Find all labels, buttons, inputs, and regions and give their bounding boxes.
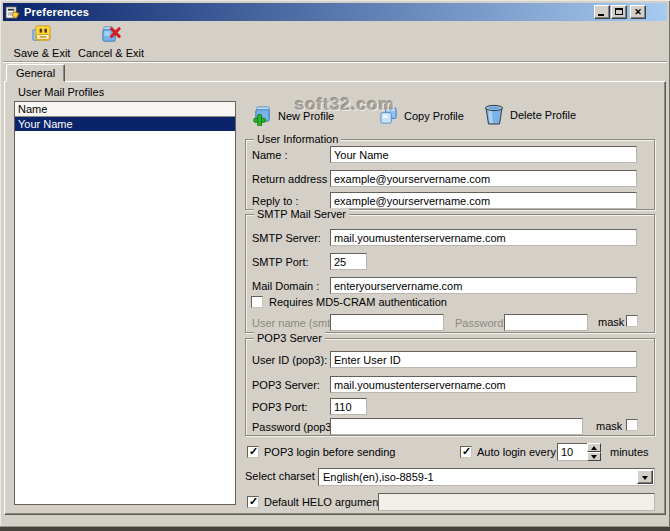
- delete-profile-label: Delete Profile: [510, 109, 576, 121]
- save-exit-label: Save & Exit: [14, 47, 71, 59]
- toolbar: Save & Exit Cancel & Exit: [3, 21, 667, 62]
- minimize-button[interactable]: [594, 5, 610, 19]
- save-exit-button[interactable]: Save & Exit: [11, 23, 73, 59]
- minimize-icon: [598, 14, 604, 16]
- tab-panel: [4, 81, 666, 515]
- cancel-exit-label: Cancel & Exit: [78, 47, 144, 59]
- window-bottom-border: [0, 526, 670, 531]
- new-profile-icon: [252, 105, 273, 126]
- close-icon: ✕: [631, 6, 645, 18]
- window-title: Preferences: [24, 6, 89, 18]
- app-icon: [5, 5, 20, 20]
- maximize-button[interactable]: [611, 5, 627, 19]
- tab-general-label: General: [16, 67, 55, 79]
- watermark-text: soft32.com: [295, 95, 395, 115]
- copy-profile-label: Copy Profile: [404, 110, 464, 122]
- titlebar: Preferences ✕: [3, 3, 667, 21]
- delete-profile-icon: [483, 103, 505, 126]
- preferences-window: Preferences ✕ Save & Exit: [0, 0, 670, 531]
- close-button[interactable]: ✕: [630, 5, 646, 19]
- window-controls: ✕: [593, 5, 646, 19]
- cancel-exit-button[interactable]: Cancel & Exit: [75, 23, 147, 59]
- cancel-icon: [100, 23, 123, 46]
- save-smiley-icon: [31, 23, 54, 46]
- tab-general[interactable]: General: [6, 64, 65, 82]
- maximize-icon: [615, 8, 623, 15]
- delete-profile-button[interactable]: Delete Profile: [483, 103, 576, 126]
